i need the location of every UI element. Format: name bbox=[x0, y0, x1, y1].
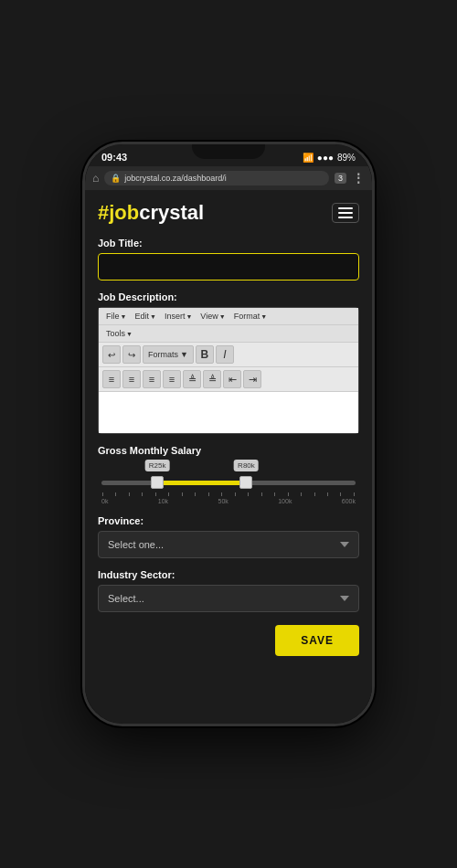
lock-icon: 🔒 bbox=[111, 174, 121, 183]
align-center-button[interactable]: ≡ bbox=[122, 370, 141, 388]
industry-group: Industry Sector: Select... bbox=[98, 569, 359, 612]
browser-url: jobcrystal.co.za/dashboard/i bbox=[124, 174, 323, 183]
bold-button[interactable]: B bbox=[196, 345, 214, 364]
logo-hash-job: #job bbox=[98, 201, 139, 224]
job-title-group: Job Title: bbox=[98, 238, 359, 281]
menu-view[interactable]: View ▼ bbox=[197, 310, 228, 323]
scale-50k: 50k bbox=[218, 498, 228, 504]
formats-dropdown[interactable]: Formats ▼ bbox=[143, 345, 194, 364]
menu-edit[interactable]: Edit ▼ bbox=[131, 310, 159, 323]
salary-max-label: R80k bbox=[234, 460, 259, 471]
align-right-button[interactable]: ≡ bbox=[143, 370, 161, 388]
menu-line-2 bbox=[338, 212, 353, 214]
salary-section: Gross Monthly Salary R25k R80k bbox=[98, 445, 359, 504]
tick-12 bbox=[248, 492, 249, 496]
rich-text-editor: File ▼ Edit ▼ Insert ▼ View bbox=[98, 307, 359, 434]
province-select[interactable]: Select one... bbox=[98, 531, 359, 558]
align-left-button[interactable]: ≡ bbox=[102, 370, 121, 388]
save-section: SAVE bbox=[98, 625, 359, 656]
phone-frame: 09:43 📶 ●●● 89% ⌂ 🔒 jobcrystal.co.za/das… bbox=[82, 142, 375, 726]
hamburger-menu-button[interactable] bbox=[332, 203, 359, 223]
slider-thumb-min[interactable] bbox=[151, 476, 164, 489]
edit-arrow: ▼ bbox=[150, 313, 156, 320]
tick-11 bbox=[235, 492, 236, 496]
editor-toolbar-row2: ≡ ≡ ≡ ≡ ≜ ≜ ⇤ ⇥ bbox=[99, 367, 358, 392]
province-group: Province: Select one... bbox=[98, 515, 359, 558]
scale-100k: 100k bbox=[278, 498, 292, 504]
editor-toolbar-row1: ↩ ↪ Formats ▼ B I bbox=[99, 343, 358, 367]
battery-icon: 89% bbox=[337, 153, 356, 163]
menu-file[interactable]: File ▼ bbox=[102, 310, 130, 323]
menu-tools[interactable]: Tools ▼ bbox=[102, 327, 136, 340]
redo-button[interactable]: ↪ bbox=[122, 345, 141, 364]
formats-arrow: ▼ bbox=[180, 350, 188, 359]
tick-4 bbox=[142, 492, 143, 496]
tick-5 bbox=[155, 492, 156, 496]
job-title-label: Job Title: bbox=[98, 238, 359, 249]
logo-area: #jobcrystal bbox=[98, 201, 359, 225]
tick-10 bbox=[221, 492, 222, 496]
logo-crystal: crystal bbox=[139, 201, 204, 224]
tick-16 bbox=[301, 492, 302, 496]
unordered-list-button[interactable]: ≜ bbox=[183, 370, 201, 388]
tick-9 bbox=[208, 492, 209, 496]
insert-arrow: ▼ bbox=[186, 313, 192, 320]
industry-label: Industry Sector: bbox=[98, 569, 359, 580]
editor-body[interactable] bbox=[99, 392, 358, 433]
notch bbox=[192, 144, 265, 159]
salary-min-label: R25k bbox=[145, 460, 170, 471]
tick-3 bbox=[129, 492, 130, 496]
tab-count[interactable]: 3 bbox=[335, 173, 346, 184]
home-icon[interactable]: ⌂ bbox=[92, 172, 99, 185]
slider-scale: 0k 10k 50k 100k 600k bbox=[101, 498, 356, 504]
job-title-input[interactable] bbox=[98, 253, 359, 281]
tick-7 bbox=[182, 492, 183, 496]
undo-button[interactable]: ↩ bbox=[102, 345, 121, 364]
job-description-group: Job Description: File ▼ Edit ▼ In bbox=[98, 291, 359, 434]
menu-format[interactable]: Format ▼ bbox=[230, 310, 271, 323]
save-button[interactable]: SAVE bbox=[275, 625, 359, 656]
wifi-icon: 📶 bbox=[303, 153, 314, 163]
salary-slider-container: R25k R80k bbox=[98, 476, 359, 504]
italic-button[interactable]: I bbox=[216, 345, 234, 364]
slider-thumb-max[interactable] bbox=[239, 476, 252, 489]
tick-6 bbox=[168, 492, 169, 496]
outdent-button[interactable]: ⇤ bbox=[223, 370, 241, 388]
status-time: 09:43 bbox=[101, 152, 127, 163]
tick-2 bbox=[115, 492, 116, 496]
slider-track-fill bbox=[157, 481, 246, 485]
url-box[interactable]: 🔒 jobcrystal.co.za/dashboard/i bbox=[104, 171, 329, 185]
ordered-list-button[interactable]: ≜ bbox=[203, 370, 221, 388]
menu-line-3 bbox=[338, 217, 353, 218]
tick-15 bbox=[288, 492, 289, 496]
tick-20 bbox=[354, 492, 355, 496]
align-justify-button[interactable]: ≡ bbox=[163, 370, 181, 388]
scale-0k: 0k bbox=[101, 498, 108, 504]
signal-icon: ●●● bbox=[317, 153, 334, 163]
industry-select[interactable]: Select... bbox=[98, 585, 359, 612]
salary-label: Gross Monthly Salary bbox=[98, 445, 359, 456]
main-content: #jobcrystal Job Title: Job Description: bbox=[85, 190, 372, 724]
file-arrow: ▼ bbox=[121, 313, 127, 320]
job-description-label: Job Description: bbox=[98, 291, 359, 302]
editor-menubar-row2: Tools ▼ bbox=[99, 325, 358, 343]
slider-ticks bbox=[101, 492, 356, 496]
scale-10k: 10k bbox=[158, 498, 168, 504]
province-label: Province: bbox=[98, 515, 359, 526]
tick-19 bbox=[340, 492, 341, 496]
menu-insert[interactable]: Insert ▼ bbox=[161, 310, 196, 323]
tick-14 bbox=[274, 492, 275, 496]
editor-menubar-row1: File ▼ Edit ▼ Insert ▼ View bbox=[99, 308, 358, 325]
tick-13 bbox=[261, 492, 262, 496]
view-arrow: ▼ bbox=[219, 313, 226, 320]
browser-bar: ⌂ 🔒 jobcrystal.co.za/dashboard/i 3 ⋮ bbox=[85, 166, 372, 190]
phone-screen: 09:43 📶 ●●● 89% ⌂ 🔒 jobcrystal.co.za/das… bbox=[85, 144, 372, 724]
menu-line-1 bbox=[338, 207, 353, 209]
tools-arrow: ▼ bbox=[126, 331, 133, 337]
more-icon[interactable]: ⋮ bbox=[352, 171, 365, 185]
tick-18 bbox=[327, 492, 328, 496]
tick-17 bbox=[314, 492, 315, 496]
format-arrow: ▼ bbox=[260, 313, 267, 320]
status-icons: 📶 ●●● 89% bbox=[303, 153, 356, 163]
indent-button[interactable]: ⇥ bbox=[243, 370, 261, 388]
